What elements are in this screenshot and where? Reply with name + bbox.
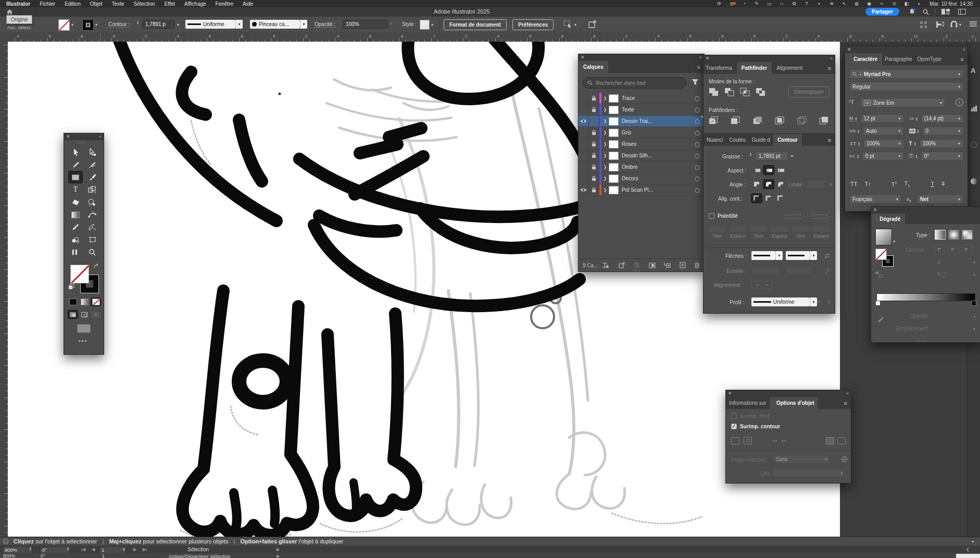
exclude-icon[interactable] bbox=[756, 88, 766, 96]
crop-icon[interactable] bbox=[775, 116, 785, 125]
small-caps-button[interactable]: TT bbox=[864, 181, 871, 187]
lock-icon[interactable] bbox=[592, 153, 596, 158]
overprint-stroke-checkbox[interactable]: ✓ bbox=[731, 424, 737, 429]
tab-swatches[interactable]: Nuanci bbox=[703, 134, 726, 146]
divide-icon[interactable] bbox=[709, 116, 719, 125]
notifications-bell-icon[interactable] bbox=[909, 8, 915, 15]
layer-target-icon[interactable]: ◯ bbox=[695, 130, 700, 135]
tab-stroke[interactable]: Contour bbox=[773, 134, 802, 146]
first-artboard-icon[interactable]: |◀ bbox=[79, 547, 87, 552]
stroke-menu-icon[interactable]: ≡ bbox=[824, 134, 835, 146]
minus-back-icon[interactable] bbox=[819, 116, 830, 125]
zoom-level-field[interactable]: 800% bbox=[2, 546, 32, 554]
linear-gradient-button[interactable] bbox=[935, 230, 946, 240]
join-miter-icon[interactable] bbox=[751, 180, 762, 189]
minus-front-icon[interactable] bbox=[724, 88, 735, 96]
wifi-icon[interactable]: ≋ bbox=[825, 1, 838, 7]
snap-options-icon[interactable] bbox=[935, 20, 944, 29]
gradient-stop-start[interactable] bbox=[875, 301, 881, 306]
none-button[interactable] bbox=[91, 298, 100, 306]
draw-normal-mode[interactable] bbox=[68, 311, 78, 318]
draw-behind-mode[interactable] bbox=[80, 311, 89, 318]
gradient-fill-proxy[interactable] bbox=[875, 249, 887, 260]
baseline-shift-field[interactable]: 0 pt▾ bbox=[862, 152, 904, 160]
swap-arrows-icon[interactable] bbox=[824, 253, 832, 259]
next-artboard-icon[interactable]: ▶ bbox=[131, 547, 139, 552]
antialias-field[interactable]: Net▾ bbox=[917, 194, 963, 204]
layers-search-input[interactable]: Rechercher dans tout bbox=[583, 77, 686, 89]
weight-dropdown-icon[interactable]: ▾ bbox=[791, 154, 793, 158]
preferences-button[interactable]: Préférences bbox=[512, 19, 554, 30]
export-selection-icon[interactable] bbox=[588, 20, 597, 28]
arrange-windows-icon[interactable] bbox=[941, 9, 950, 15]
menu-item-objet[interactable]: Objet bbox=[85, 1, 107, 7]
outline-icon[interactable] bbox=[797, 116, 808, 125]
toolbar-grip[interactable]: |||||||| bbox=[77, 141, 87, 144]
layer-row[interactable]: ❯Dessin Silh...◯ bbox=[579, 150, 704, 162]
merge-icon[interactable] bbox=[753, 116, 763, 125]
width-profile-dropdown-icon[interactable]: ▾ bbox=[235, 20, 243, 29]
tab-guides[interactable]: Guide d bbox=[749, 134, 773, 146]
rectangle-tool[interactable] bbox=[69, 171, 82, 183]
tab-gradient[interactable]: ◌Dégradé bbox=[871, 214, 905, 224]
layer-target-icon[interactable]: ◯ bbox=[695, 165, 700, 170]
eye-icon[interactable] bbox=[580, 188, 587, 192]
weight-field[interactable]: 1,7891 pt bbox=[756, 152, 788, 160]
clipping-mask-icon[interactable] bbox=[649, 263, 656, 268]
toolbar-close-icon[interactable]: ✕ bbox=[66, 134, 70, 139]
swap-fill-stroke-icon[interactable] bbox=[93, 264, 99, 269]
layer-expand-chevron[interactable]: ❯ bbox=[601, 142, 609, 146]
prev-artboard-icon[interactable]: ◀ bbox=[90, 547, 97, 552]
stroke-dock-icon[interactable] bbox=[971, 142, 977, 148]
layer-thumbnail[interactable] bbox=[609, 117, 619, 126]
brush-select[interactable]: Pinceau ca... bbox=[250, 20, 300, 29]
selection-tool[interactable] bbox=[69, 147, 82, 157]
sync-icon[interactable]: ⟳ bbox=[713, 1, 725, 7]
tab-color[interactable]: Couleu bbox=[726, 134, 749, 146]
gradient-dock-icon[interactable] bbox=[971, 178, 977, 184]
puppet-warp-tool[interactable] bbox=[86, 209, 98, 220]
symbol-sprayer-tool[interactable] bbox=[69, 234, 82, 245]
paintbrush-tool[interactable] bbox=[86, 172, 98, 182]
delete-layer-icon[interactable] bbox=[694, 262, 700, 268]
font-family-field[interactable]: ▾ Myriad Pro ▾ bbox=[849, 69, 963, 79]
menu-item-texte[interactable]: Texte bbox=[107, 1, 129, 7]
contour-weight-field[interactable]: 1,7891 p bbox=[142, 20, 174, 29]
freeform-gradient-button[interactable] bbox=[962, 230, 973, 240]
width-tool[interactable] bbox=[69, 247, 82, 257]
pen-tool[interactable] bbox=[69, 159, 82, 170]
menu-item-edition[interactable]: Edition bbox=[60, 1, 85, 7]
weight-stepper[interactable]: ▲▼ bbox=[749, 152, 753, 156]
layer-name[interactable]: Trace bbox=[622, 95, 635, 101]
layer-target-icon[interactable]: ◯ bbox=[695, 153, 700, 158]
filter-funnel-icon[interactable] bbox=[692, 79, 699, 85]
pathfinder-collapse-icon[interactable]: « bbox=[830, 56, 832, 61]
cap-round-icon[interactable] bbox=[763, 166, 774, 175]
magnet-dropdown-icon[interactable]: ▾ bbox=[959, 22, 961, 27]
menu-app[interactable]: Illustrator bbox=[0, 1, 35, 7]
tab-layers[interactable]: Calques bbox=[579, 61, 608, 73]
all-caps-button[interactable]: TT bbox=[850, 181, 857, 187]
style-swatch[interactable] bbox=[420, 20, 430, 30]
arrow-start-select[interactable] bbox=[751, 251, 775, 260]
profile-dropdown-icon[interactable]: ▾ bbox=[810, 297, 817, 306]
composer-field[interactable]: M Zone Em▾ bbox=[861, 98, 945, 107]
menu-item-aide[interactable]: Aide bbox=[238, 1, 258, 7]
panel-list-icon[interactable] bbox=[970, 21, 977, 27]
gradient-stop-end[interactable] bbox=[971, 301, 976, 306]
gradient-tool[interactable] bbox=[69, 209, 82, 220]
intersect-icon[interactable] bbox=[740, 88, 750, 96]
home-icon[interactable] bbox=[6, 9, 13, 15]
profile-select[interactable]: Uniforme bbox=[751, 297, 810, 306]
horizontal-ruler[interactable]: 4685246862468724688246892468102 bbox=[0, 32, 980, 42]
export-layer-icon[interactable] bbox=[619, 262, 625, 268]
privacy-icon[interactable]: ◉ bbox=[863, 1, 875, 7]
artboard-tool[interactable] bbox=[86, 234, 98, 245]
layer-expand-chevron[interactable]: ❯ bbox=[601, 153, 609, 158]
layer-thumbnail[interactable] bbox=[609, 186, 619, 194]
tab-transform[interactable]: Transforma bbox=[703, 62, 737, 74]
character-menu-icon[interactable]: ≡ bbox=[957, 53, 968, 65]
tab-paragraph[interactable]: Paragraphe bbox=[882, 53, 914, 65]
contour-weight-dropdown-icon[interactable]: ▾ bbox=[177, 22, 179, 27]
layer-row[interactable]: ❯Pol Scan Pl...◯ bbox=[579, 184, 704, 196]
